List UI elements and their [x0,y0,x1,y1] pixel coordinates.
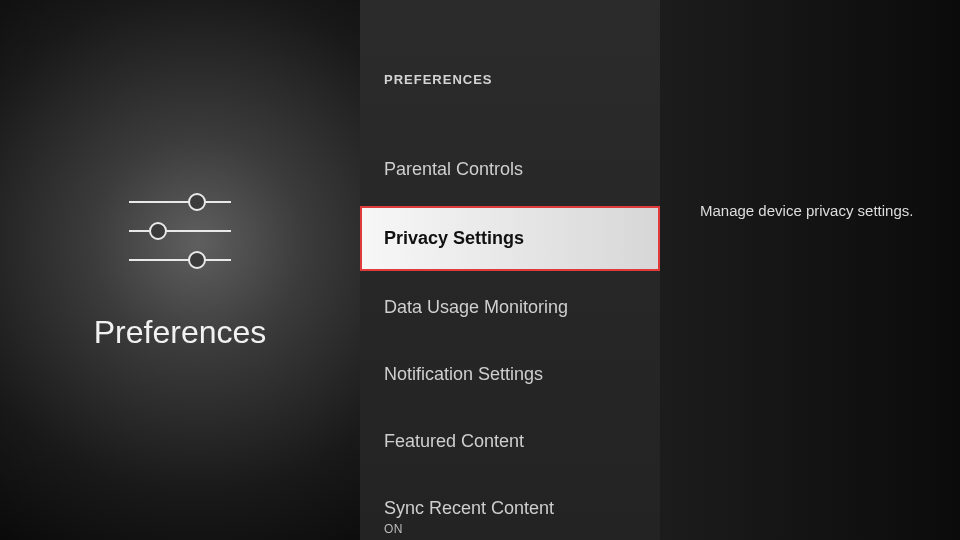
menu-item-description: Manage device privacy settings. [700,200,932,223]
left-panel: Preferences [0,0,360,540]
menu-item-label: Data Usage Monitoring [384,297,568,317]
menu-panel: PREFERENCES Parental Controls Privacy Se… [360,0,660,540]
svg-point-1 [189,194,205,210]
menu-item-label: Privacy Settings [384,228,524,248]
svg-point-5 [189,252,205,268]
detail-panel: Manage device privacy settings. [660,0,960,540]
menu-item-privacy-settings[interactable]: Privacy Settings [360,206,660,271]
left-panel-title: Preferences [94,314,267,351]
menu-header: PREFERENCES [360,72,660,87]
menu-item-label: Parental Controls [384,159,523,179]
menu-item-sync-recent-content[interactable]: Sync Recent Content ON [360,480,660,540]
menu-item-parental-controls[interactable]: Parental Controls [360,141,660,198]
menu-item-label: Notification Settings [384,364,543,384]
menu-item-label: Sync Recent Content [384,498,554,518]
menu-item-data-usage-monitoring[interactable]: Data Usage Monitoring [360,279,660,336]
settings-screen: Preferences PREFERENCES Parental Control… [0,0,960,540]
menu-item-featured-content[interactable]: Featured Content [360,413,660,470]
menu-item-label: Featured Content [384,431,524,451]
svg-point-3 [150,223,166,239]
menu-item-notification-settings[interactable]: Notification Settings [360,346,660,403]
menu-item-sub: ON [384,522,636,536]
sliders-icon [125,190,235,276]
